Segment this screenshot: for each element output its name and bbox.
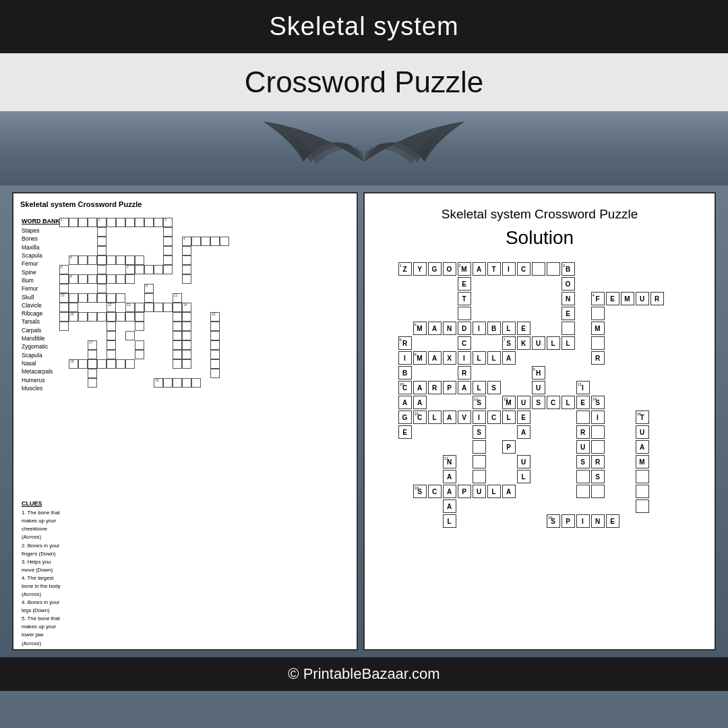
blank-grid-cell[interactable]: [116, 255, 125, 265]
blank-grid-cell[interactable]: [125, 255, 135, 265]
blank-grid-cell[interactable]: [210, 350, 220, 359]
blank-grid-cell[interactable]: 16: [210, 312, 220, 322]
blank-grid-cell[interactable]: [107, 340, 116, 350]
blank-grid-cell[interactable]: [107, 293, 116, 303]
blank-grid-cell[interactable]: [116, 218, 125, 227]
blank-grid-cell[interactable]: [69, 303, 78, 312]
blank-grid-cell[interactable]: [173, 322, 182, 331]
blank-grid-cell[interactable]: [210, 322, 220, 331]
blank-grid-cell[interactable]: [191, 237, 201, 246]
blank-grid-cell[interactable]: [88, 378, 97, 388]
blank-grid-cell[interactable]: [135, 303, 144, 312]
blank-grid-cell[interactable]: [182, 322, 191, 331]
blank-grid-cell[interactable]: 4: [182, 237, 191, 246]
blank-grid-cell[interactable]: [97, 227, 107, 237]
blank-grid-cell[interactable]: [88, 350, 97, 359]
blank-grid-cell[interactable]: [107, 322, 116, 331]
blank-grid-cell[interactable]: [173, 350, 182, 359]
blank-grid-cell[interactable]: [97, 265, 107, 274]
blank-grid-cell[interactable]: 2: [97, 218, 107, 227]
blank-grid-cell[interactable]: [182, 378, 191, 388]
blank-grid-cell[interactable]: [116, 274, 125, 284]
blank-grid-cell[interactable]: [88, 218, 97, 227]
blank-grid-cell[interactable]: [107, 350, 116, 359]
blank-grid-cell[interactable]: [220, 237, 229, 246]
blank-grid-cell[interactable]: [107, 359, 116, 369]
blank-grid-cell[interactable]: [88, 255, 97, 265]
blank-grid-cell[interactable]: [125, 274, 135, 284]
blank-grid-cell[interactable]: 3: [163, 218, 173, 227]
blank-grid-cell[interactable]: [182, 255, 191, 265]
blank-grid-cell[interactable]: [69, 218, 78, 227]
blank-grid-cell[interactable]: [116, 312, 125, 322]
blank-grid-cell[interactable]: [97, 255, 107, 265]
blank-grid-cell[interactable]: [88, 369, 97, 378]
blank-grid-cell[interactable]: [59, 312, 69, 322]
blank-grid-cell[interactable]: [116, 359, 125, 369]
blank-grid-cell[interactable]: [97, 293, 107, 303]
blank-grid-cell[interactable]: 17: [88, 340, 97, 350]
blank-grid-cell[interactable]: [97, 284, 107, 293]
blank-grid-cell[interactable]: [59, 303, 69, 312]
blank-grid-cell[interactable]: 7: [125, 265, 135, 274]
blank-grid-cell[interactable]: [125, 331, 135, 340]
blank-grid-cell[interactable]: [97, 274, 107, 284]
blank-grid-cell[interactable]: 18: [69, 359, 78, 369]
blank-grid-cell[interactable]: [210, 359, 220, 369]
blank-grid-cell[interactable]: [144, 303, 154, 312]
blank-grid-cell[interactable]: [69, 293, 78, 303]
blank-grid-cell[interactable]: [78, 218, 88, 227]
blank-grid-cell[interactable]: [182, 350, 191, 359]
blank-grid-cell[interactable]: [144, 265, 154, 274]
blank-grid-cell[interactable]: [88, 312, 97, 322]
blank-grid-cell[interactable]: [163, 246, 173, 255]
blank-grid-cell[interactable]: [191, 378, 201, 388]
blank-grid-cell[interactable]: [154, 265, 163, 274]
blank-grid-cell[interactable]: [78, 255, 88, 265]
blank-grid-cell[interactable]: 5: [69, 255, 78, 265]
blank-grid-cell[interactable]: [59, 284, 69, 293]
blank-grid-cell[interactable]: 19: [154, 378, 163, 388]
blank-grid-cell[interactable]: [78, 312, 88, 322]
blank-grid-cell[interactable]: [182, 340, 191, 350]
blank-grid-cell[interactable]: [173, 378, 182, 388]
blank-grid-cell[interactable]: [173, 303, 182, 312]
blank-grid-cell[interactable]: [135, 340, 144, 350]
blank-grid-cell[interactable]: [88, 293, 97, 303]
blank-grid-cell[interactable]: 13: [125, 303, 135, 312]
blank-grid-cell[interactable]: [88, 274, 97, 284]
blank-grid-cell[interactable]: [163, 265, 173, 274]
blank-grid-cell[interactable]: [182, 331, 191, 340]
blank-grid-cell[interactable]: [97, 237, 107, 246]
blank-grid-cell[interactable]: [144, 218, 154, 227]
blank-grid-cell[interactable]: [97, 246, 107, 255]
blank-grid-cell[interactable]: [135, 265, 144, 274]
blank-grid-cell[interactable]: [173, 359, 182, 369]
blank-grid-cell[interactable]: [182, 274, 191, 284]
blank-grid-cell[interactable]: [163, 227, 173, 237]
blank-grid-cell[interactable]: [135, 255, 144, 265]
blank-grid-cell[interactable]: [107, 218, 116, 227]
blank-grid-cell[interactable]: [154, 303, 163, 312]
blank-grid-cell[interactable]: [163, 303, 173, 312]
blank-grid-cell[interactable]: [163, 378, 173, 388]
blank-grid-cell[interactable]: [182, 359, 191, 369]
blank-grid-cell[interactable]: [135, 218, 144, 227]
blank-grid-cell[interactable]: [135, 312, 144, 322]
blank-grid-cell[interactable]: [173, 340, 182, 350]
blank-grid-cell[interactable]: [107, 331, 116, 340]
blank-grid-cell[interactable]: [107, 312, 116, 322]
blank-grid-cell[interactable]: [107, 255, 116, 265]
blank-grid-cell[interactable]: [163, 237, 173, 246]
blank-grid-cell[interactable]: [97, 359, 107, 369]
blank-grid-cell[interactable]: [59, 322, 69, 331]
blank-grid-cell[interactable]: [116, 293, 125, 303]
blank-grid-cell[interactable]: 12: [107, 303, 116, 312]
blank-grid-cell[interactable]: 10: [59, 293, 69, 303]
blank-grid-cell[interactable]: 11: [173, 293, 182, 303]
blank-grid-cell[interactable]: [107, 274, 116, 284]
blank-grid-cell[interactable]: [173, 331, 182, 340]
blank-grid-cell[interactable]: 1: [59, 218, 69, 227]
blank-grid-cell[interactable]: [88, 359, 97, 369]
blank-grid-cell[interactable]: [163, 255, 173, 265]
